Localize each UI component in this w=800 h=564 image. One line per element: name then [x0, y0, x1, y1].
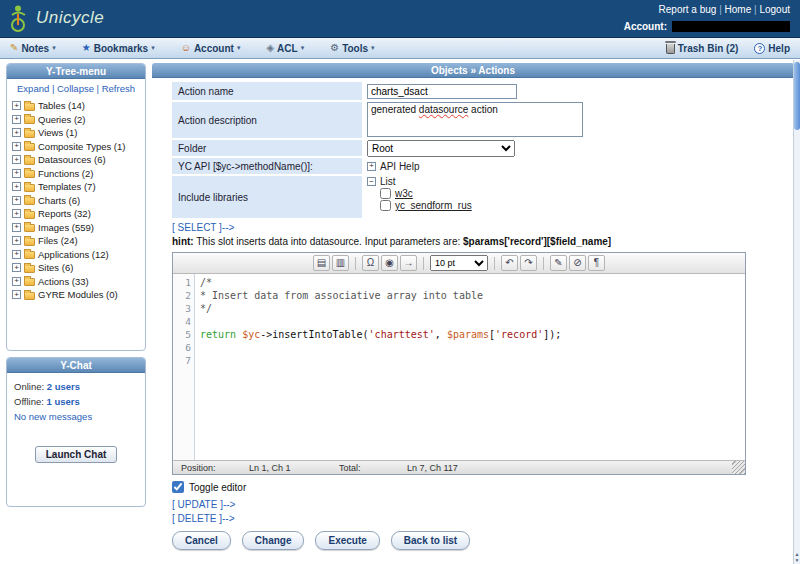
logo[interactable]: Unicycle — [8, 3, 104, 33]
resize-grip[interactable] — [732, 461, 745, 474]
action-name-input[interactable] — [367, 84, 517, 99]
folder-select[interactable]: Root — [367, 140, 515, 157]
menu-bookmarks-label: Bookmarks — [94, 43, 148, 54]
list-collapse-icon[interactable]: − — [367, 177, 376, 186]
trash-bin-button[interactable]: Trash Bin (2) — [666, 42, 739, 54]
code-line — [200, 341, 745, 354]
toolbar-separator — [423, 257, 424, 270]
special-chars-icon[interactable]: Ω — [362, 255, 379, 271]
go-to-line-icon[interactable]: → — [400, 255, 417, 271]
undo-icon[interactable]: ↶ — [501, 255, 518, 271]
launch-chat-button[interactable]: Launch Chat — [35, 446, 118, 463]
logout-link[interactable]: Logout — [759, 4, 790, 15]
tree-item-images-559[interactable]: +Images (559) — [12, 221, 145, 235]
scroll-down-icon[interactable]: ▼ — [795, 557, 800, 563]
tree-item-tables-14[interactable]: +Tables (14) — [12, 99, 145, 113]
tree-list: +Tables (14)+Queries (2)+Views (1)+Compo… — [7, 97, 145, 302]
refresh-link[interactable]: Refresh — [102, 83, 135, 94]
tree-item-views-1[interactable]: +Views (1) — [12, 126, 145, 140]
report-a-bug-link[interactable]: Report a bug — [659, 4, 717, 15]
execute-button[interactable]: Execute — [315, 531, 379, 550]
folder-icon — [24, 103, 35, 111]
account-label: Account: — [624, 21, 667, 32]
tree-item-composite-types-1[interactable]: +Composite Types (1) — [12, 140, 145, 154]
toolbar-separator — [355, 257, 356, 270]
action-description-field[interactable]: generated datasource action — [367, 102, 583, 137]
tree-item-datasources-6[interactable]: +Datasources (6) — [12, 153, 145, 167]
topbar: Unicycle Report a bug | Home | Logout Ac… — [0, 0, 800, 38]
expander-plus-icon[interactable]: + — [12, 182, 21, 191]
expander-plus-icon[interactable]: + — [12, 155, 21, 164]
description-text: generated — [371, 104, 419, 115]
highlight-icon[interactable]: ✎ — [550, 255, 567, 271]
help-button[interactable]: ? Help — [754, 43, 790, 54]
folder-icon — [24, 157, 35, 165]
tree-item-applications-12[interactable]: +Applications (12) — [12, 248, 145, 262]
search-icon[interactable]: ◉ — [381, 255, 398, 271]
update-link[interactable]: [ UPDATE ]--> — [172, 499, 794, 510]
tree-item-charts-6[interactable]: +Charts (6) — [12, 194, 145, 208]
tree-item-templates-7[interactable]: +Templates (7) — [12, 180, 145, 194]
tree-item-queries-2[interactable]: +Queries (2) — [12, 113, 145, 127]
tree-item-functions-2[interactable]: +Functions (2) — [12, 167, 145, 181]
home-link[interactable]: Home — [725, 4, 752, 15]
editor-line-numbers: 1234567 — [173, 274, 195, 460]
tree-item-gyre-modules-0[interactable]: +GYRE Modules (0) — [12, 288, 145, 302]
help-icon: ? — [754, 43, 765, 54]
expander-plus-icon[interactable]: + — [12, 277, 21, 286]
reset-highlight-icon[interactable]: ⊘ — [569, 255, 586, 271]
menu-tools[interactable]: ⚙Tools▾ — [330, 43, 374, 54]
menu-acl[interactable]: ◈ACL▾ — [266, 43, 304, 54]
tree-item-files-24[interactable]: +Files (24) — [12, 234, 145, 248]
w3c-checkbox[interactable] — [380, 188, 391, 199]
expander-plus-icon[interactable]: + — [12, 128, 21, 137]
expander-plus-icon[interactable]: + — [12, 263, 21, 272]
expander-plus-icon[interactable]: + — [12, 236, 21, 245]
expander-plus-icon[interactable]: + — [12, 101, 21, 110]
expand-link[interactable]: Expand — [17, 83, 49, 94]
font-size-select[interactable]: 10 pt — [430, 255, 488, 271]
tree-item-sites-6[interactable]: +Sites (6) — [12, 261, 145, 275]
expander-plus-icon[interactable]: + — [12, 209, 21, 218]
expander-plus-icon[interactable]: + — [12, 115, 21, 124]
api-help-expander-icon[interactable]: + — [367, 162, 376, 171]
expander-plus-icon[interactable]: + — [12, 196, 21, 205]
cancel-button[interactable]: Cancel — [172, 531, 231, 550]
tree-item-label: Images (559) — [38, 222, 94, 233]
menu-bookmarks[interactable]: ★Bookmarks▾ — [82, 43, 155, 54]
select-link[interactable]: [ SELECT ]--> — [172, 222, 794, 233]
expander-plus-icon[interactable]: + — [12, 250, 21, 259]
redo-icon[interactable]: ↷ — [520, 255, 537, 271]
folder-icon — [24, 197, 35, 205]
scrollbar-thumb[interactable] — [794, 62, 800, 130]
code-editor: ▤▥Ω◉→10 pt↶↷✎⊘¶ 1234567 /** Insert data … — [172, 252, 746, 475]
expander-plus-icon[interactable]: + — [12, 290, 21, 299]
tree-item-label: Tables (14) — [38, 100, 85, 111]
menu-notes[interactable]: ✎Notes▾ — [10, 43, 56, 54]
tree-item-label: Templates (7) — [38, 181, 96, 192]
expander-plus-icon[interactable]: + — [12, 142, 21, 151]
folder-icon — [24, 238, 35, 246]
toggle-editor-checkbox[interactable] — [172, 481, 184, 493]
editor-code-area[interactable]: /** Insert data from associative array i… — [195, 274, 745, 460]
account-redacted — [672, 21, 790, 32]
tree-panel-title: Y-Tree-menu — [7, 64, 145, 79]
save-icon[interactable]: ▤ — [313, 255, 330, 271]
expander-plus-icon[interactable]: + — [12, 169, 21, 178]
word-wrap-icon[interactable]: ¶ — [588, 255, 605, 271]
change-button[interactable]: Change — [242, 531, 305, 550]
tree-item-actions-33[interactable]: +Actions (33) — [12, 275, 145, 289]
collapse-link[interactable]: Collapse — [57, 83, 94, 94]
tree-item-label: Datasources (6) — [38, 154, 106, 165]
tree-item-reports-32[interactable]: +Reports (32) — [12, 207, 145, 221]
expander-plus-icon[interactable]: + — [12, 223, 21, 232]
page-scrollbar[interactable]: ▲ ▼ — [793, 60, 800, 564]
load-icon[interactable]: ▥ — [332, 255, 349, 271]
description-misspelled-word: datasource — [419, 104, 468, 115]
yc_sendform_rus-checkbox[interactable] — [380, 200, 391, 211]
api-help-link[interactable]: API Help — [380, 161, 419, 172]
code-token: 'record' — [495, 329, 543, 340]
delete-link[interactable]: [ DELETE ]--> — [172, 513, 794, 524]
back-to-list-button[interactable]: Back to list — [391, 531, 470, 550]
menu-account[interactable]: ☺Account▾ — [181, 43, 241, 54]
